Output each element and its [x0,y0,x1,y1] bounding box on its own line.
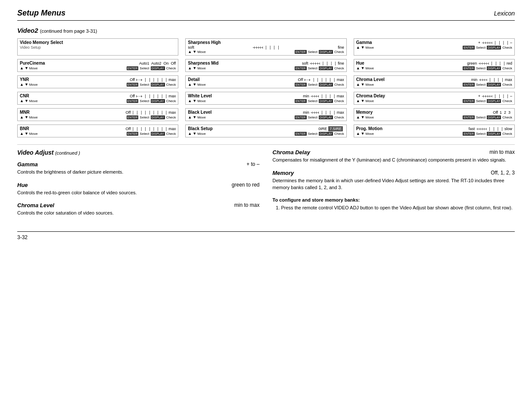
panel-header-row: Detail Off ⊢-+ | | | | | | max [188,77,344,82]
display-btn[interactable]: DISPLAY [319,115,333,119]
entry-range-gamma: + to – [246,161,259,167]
enter-btn[interactable]: ENTER [295,115,307,119]
entry-memory: Memory Off, 1, 2, 3 Determines the memor… [273,170,515,191]
display-btn[interactable]: DISPLAY [319,66,333,70]
select-label: Select [140,115,149,119]
option-right: max [337,78,344,82]
panel-header-row: Black Level min ⊣⊣⊣⊣ | | | | max [188,110,344,115]
display-btn[interactable]: DISPLAY [487,83,501,87]
display-btn[interactable]: DISPLAY [319,83,333,87]
enter-btn[interactable]: ENTER [463,66,475,70]
enter-btn[interactable]: ENTER [463,46,475,50]
display-btn[interactable]: DISPLAY [487,132,501,136]
enter-btn[interactable]: ENTER [127,115,139,119]
panel-control-row: ▲▼ Move ENTER Select DISPLAY Check [188,50,344,54]
check-label: Check [166,99,176,103]
enter-btn[interactable]: ENTER [127,83,139,87]
video-adjust-subtitle: (continued ) [55,150,80,156]
section1-title: Video2 (continued from page 3-31) [17,27,97,34]
move-controls: ▲▼ Move [356,66,374,70]
display-btn[interactable]: DISPLAY [319,99,333,103]
down-arrow: ▼ [193,82,196,87]
action-controls: ENTER Select DISPLAY Check [463,46,512,50]
panel-header-row: Memory Off 1 2 3 [356,110,512,115]
enter-btn[interactable]: ENTER [463,115,475,119]
entry-range-memory: Off, 1, 2, 3 [491,170,515,176]
select-label: Select [308,115,317,119]
panel-control-row: ▲▼ Move ENTER Select DISPLAY Check [188,115,344,119]
display-btn[interactable]: DISPLAY [151,66,165,70]
move-controls: ▲▼ Move [356,131,374,136]
config-section: To configure and store memory banks: Pre… [273,197,515,212]
move-controls: ▲▼ Move [188,50,205,54]
enter-btn[interactable]: ENTER [463,83,475,87]
up-arrow: ▲ [20,66,24,70]
enter-btn[interactable]: ENTER [295,99,307,103]
panel-control-row: ▲▼ Move ENTER Select DISPLAY Check [356,66,512,70]
action-controls: ENTER Select DISPLAY Check [463,99,512,103]
slider: ⊢-+ | | | | | | [136,94,167,98]
move-controls: ▲▼ Move [20,115,37,119]
brand-label: Lexicon [494,10,515,17]
entry-desc-hue: Controls the red-to-green color balance … [17,189,260,196]
option-left: min [471,78,478,82]
panel-header-row: White Level min ⊣⊣⊣⊣ | | | | max [188,93,344,99]
enter-btn[interactable]: ENTER [127,66,139,70]
move-controls: ▲▼ Move [188,131,205,136]
move-label: Move [366,99,374,103]
page-header: Setup Menus Lexicon [17,9,515,21]
enter-btn[interactable]: ENTER [127,99,139,103]
enter-btn[interactable]: ENTER [295,50,307,54]
entry-heading-chroma-level: Chroma Level min to max [17,202,260,209]
display-btn[interactable]: DISPLAY [151,132,165,136]
select-label: Select [476,132,485,136]
down-arrow: ▼ [361,45,365,50]
display-btn[interactable]: DISPLAY [487,46,501,50]
panel-header-row: BNR Off | | | | | | | | | max [20,126,176,131]
entry-hue: Hue green to red Controls the red-to-gre… [17,182,260,196]
display-btn[interactable]: DISPLAY [151,83,165,87]
check-label: Check [166,83,176,87]
slider: ⊣⊣⊣⊣⊣ | | | | [476,127,503,131]
section1-subtitle: (continued from page 3-31) [40,28,97,34]
panel-control-row: ▲▼ Move ENTER Select DISPLAY Check [356,82,512,87]
display-btn[interactable]: DISPLAY [151,99,165,103]
panel-purecinema: PureCinema Auto1 Auto2 On Off ▲▼ Move EN… [17,59,178,72]
up-arrow: ▲ [356,115,360,119]
panel-header-row: CNR Off ⊢-+ | | | | | | max [20,93,176,99]
option-right: – [510,94,512,98]
panel-control-row: ▲▼ Move ENTER Select DISPLAY Check [356,131,512,136]
move-label: Move [366,83,374,87]
section1-header: Video2 (continued from page 3-31) [17,27,515,34]
move-label: Move [29,132,38,136]
display-btn[interactable]: DISPLAY [487,66,501,70]
enter-btn[interactable]: ENTER [295,132,307,136]
option-right: max [337,110,344,115]
move-controls: ▲▼ Move [20,66,37,70]
display-btn[interactable]: DISPLAY [487,99,501,103]
up-arrow: ▲ [20,82,24,87]
panel-control-row: ▲▼ Move ENTER Select DISPLAY Check [188,99,344,103]
enter-btn[interactable]: ENTER [127,132,139,136]
enter-btn[interactable]: ENTER [463,132,475,136]
action-controls: ENTER Select DISPLAY Check [127,115,176,119]
display-btn[interactable]: DISPLAY [487,115,501,119]
move-controls: ▲▼ Move [356,99,374,103]
option-right: max [168,127,176,131]
video-adjust-header: Video Adjust (continued ) [17,149,260,156]
down-arrow: ▼ [193,66,196,70]
panel-header-row: Chroma Delay + ⊣⊣⊣⊣⊣ | | | | – [356,93,512,99]
display-btn[interactable]: DISPLAY [151,115,165,119]
slider: ⊣⊣⊣⊣⊣ | | | | [252,46,280,50]
display-btn[interactable]: DISPLAY [319,50,333,54]
display-btn[interactable]: DISPLAY [319,132,333,136]
check-label: Check [334,115,344,119]
action-controls: ENTER Select DISPLAY Check [295,99,344,103]
enter-btn[interactable]: ENTER [463,99,475,103]
enter-btn[interactable]: ENTER [295,83,307,87]
select-label: Select [476,46,485,50]
enter-btn[interactable]: ENTER [295,66,307,70]
panel-control-row: ▲▼ Move ENTER Select DISPLAY Check [188,131,344,136]
move-label: Move [197,115,206,119]
down-arrow: ▼ [25,115,28,119]
